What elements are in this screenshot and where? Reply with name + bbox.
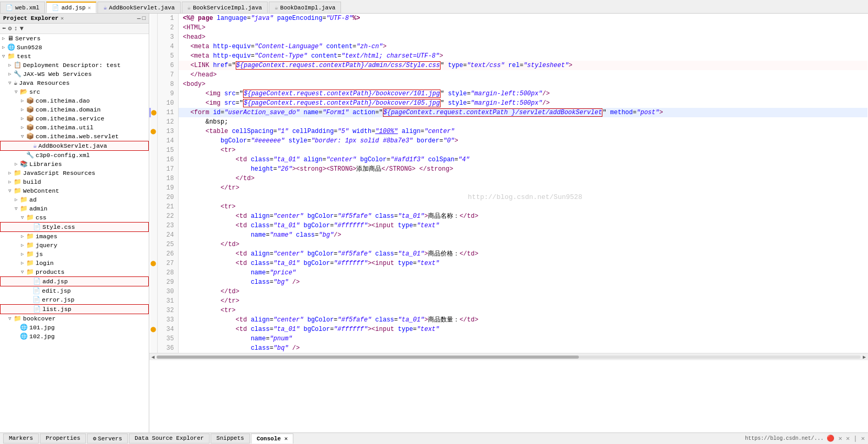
bookdaoimpl-icon: ☕ xyxy=(274,4,278,11)
line-row: ⬤ 27 <td class="ta_01" bgColor="#ffffff"… xyxy=(150,259,867,268)
tree-item-addbookservlet-file[interactable]: ☕ AddBookServlet.java xyxy=(0,141,149,151)
tab-snippets[interactable]: Snippets xyxy=(211,434,250,443)
tree-item-java-resources[interactable]: ▽ ☕ Java Resources xyxy=(0,79,149,87)
code-editor: 1 <%@ page language="java" pageEncoding=… xyxy=(149,14,868,432)
jsresources-label: JavaScript Resources xyxy=(23,170,95,176)
pe-refresh-icon[interactable]: ↕ xyxy=(14,25,17,32)
tree-item-admin[interactable]: ▽ 📁 admin xyxy=(0,204,149,213)
libraries-label: Libraries xyxy=(29,161,62,168)
css-folder-icon: 📁 xyxy=(26,214,34,221)
tab-add-jsp[interactable]: 📄 add.jsp ✕ xyxy=(46,2,96,13)
tree-item-jquery[interactable]: ▷ 📁 jquery xyxy=(0,241,149,250)
tree-item-101jpg[interactable]: 🌐 101.jpg xyxy=(0,323,149,332)
pe-back-icon[interactable]: ⬅ xyxy=(2,25,6,32)
line-34-marker: ⬤ xyxy=(150,327,156,332)
addbookservlet-file-label: AddBookServlet.java xyxy=(38,142,107,149)
ad-icon: 📁 xyxy=(20,196,28,204)
tab-web-xml[interactable]: 📄 web.xml xyxy=(0,2,45,13)
line-row: 21 <tr> xyxy=(150,202,867,212)
tree-item-ad[interactable]: ▷ 📁 ad xyxy=(0,195,149,204)
tab-bookdaoimpl[interactable]: ☕ BookDaoImpl.java xyxy=(269,2,341,13)
tree-item-c3p0[interactable]: 🔧 c3p0-config.xml xyxy=(0,151,149,160)
pe-maximize-icon[interactable]: □ xyxy=(142,15,146,21)
libraries-icon: 📚 xyxy=(20,160,28,168)
tree-item-web-servlet[interactable]: ▽ 📦 com.itheima.web.servlet xyxy=(0,132,149,141)
line-row: 32 <tr> xyxy=(150,306,867,315)
domain-label: com.itheima.domain xyxy=(36,106,101,113)
tree-item-build[interactable]: ▷ 📁 build xyxy=(0,177,149,186)
tab-servers-bottom[interactable]: ⚙Servers xyxy=(87,434,128,443)
code-area[interactable]: 1 <%@ page language="java" pageEncoding=… xyxy=(149,14,868,432)
tree-item-products[interactable]: ▽ 📁 products xyxy=(0,268,149,276)
css-label: css xyxy=(36,214,47,221)
tab-console[interactable]: Console ✕ xyxy=(251,434,293,443)
tree-item-js[interactable]: ▷ 📁 js xyxy=(0,250,149,259)
tree-item-dao[interactable]: ▷ 📦 com.itheima.dao xyxy=(0,96,149,105)
util-icon: 📦 xyxy=(26,124,34,131)
pe-title: Project Explorer xyxy=(3,15,59,21)
tree-item-jsresources[interactable]: ▷ 📁 JavaScript Resources xyxy=(0,169,149,177)
line-row: 24 name="name" class="bg"/> xyxy=(150,230,867,240)
tree-item-102jpg[interactable]: 🌐 102.jpg xyxy=(0,332,149,341)
pe-minimize-icon[interactable]: — xyxy=(137,15,141,21)
scroll-left-icon[interactable]: ◀ xyxy=(151,354,155,360)
style-css-label: Style.css xyxy=(42,224,75,230)
tree-item-src[interactable]: ▽ 📂 src xyxy=(0,87,149,96)
tree-item-libraries[interactable]: ▷ 📚 Libraries xyxy=(0,160,149,169)
line-row: 3 <head> xyxy=(150,32,867,42)
tab-bookserviceimpl[interactable]: ☕ BookServiceImpl.java xyxy=(182,2,268,13)
add-jsp-file-label: add.jsp xyxy=(42,278,68,285)
tree-item-util[interactable]: ▷ 📦 com.itheima.util xyxy=(0,123,149,132)
101jpg-icon: 🌐 xyxy=(20,324,28,331)
line-row: 9 <img src="${pageContext.request.contex… xyxy=(150,89,867,98)
pe-forward-icon[interactable]: ⚙ xyxy=(8,25,12,32)
scroll-right-icon[interactable]: ▶ xyxy=(863,354,866,360)
images-icon: 📁 xyxy=(26,232,34,240)
project-explorer: Project Explorer ✕ — □ ⬅ ⚙ ↕ ▼ ▷ 🖥 Serve… xyxy=(0,14,149,432)
line-row: 15 <tr> xyxy=(150,146,867,155)
src-label: src xyxy=(29,88,40,95)
jsresources-icon: 📁 xyxy=(14,169,21,177)
pe-menu-icon[interactable]: ▼ xyxy=(20,25,24,32)
tree-item-add-jsp-file[interactable]: 📄 add.jsp xyxy=(0,276,149,286)
tree-item-css[interactable]: ▽ 📁 css xyxy=(0,213,149,222)
main-area: Project Explorer ✕ — □ ⬅ ⚙ ↕ ▼ ▷ 🖥 Serve… xyxy=(0,14,868,432)
line-11-marker: ⬤ xyxy=(151,110,157,116)
tree-item-style-css[interactable]: 📄 Style.css xyxy=(0,222,149,232)
style-css-icon: 📄 xyxy=(33,223,41,231)
ad-label: ad xyxy=(29,196,37,203)
tab-data-source[interactable]: Data Source Explorer xyxy=(129,434,210,443)
tree-item-edit-jsp[interactable]: 📄 edit.jsp xyxy=(0,286,149,295)
tree-item-webcontent[interactable]: ▽ 📁 WebContent xyxy=(0,186,149,195)
tree-item-service[interactable]: ▷ 📦 com.itheima.service xyxy=(0,114,149,123)
images-label: images xyxy=(36,233,57,240)
dao-icon: 📦 xyxy=(26,97,34,105)
tab-properties[interactable]: Properties xyxy=(40,434,86,443)
tree-item-images[interactable]: ▷ 📁 images xyxy=(0,232,149,241)
tree-item-bookcover[interactable]: ▽ 📁 bookcover xyxy=(0,314,149,323)
admin-label: admin xyxy=(29,205,48,212)
login-label: login xyxy=(36,260,54,267)
tree-item-login[interactable]: ▷ 📁 login xyxy=(0,259,149,268)
tree-item-sun9528[interactable]: ▷ 🌐 Sun9528 xyxy=(0,43,149,52)
addbookservlet-icon: ☕ xyxy=(103,4,107,11)
build-label: build xyxy=(23,179,41,185)
line-row: ⬤ 34 <td class="ta_01" bgColor="#ffffff"… xyxy=(150,325,867,334)
tree-item-jaxws[interactable]: ▷ 🔧 JAX-WS Web Services xyxy=(0,70,149,79)
tree-item-error-jsp[interactable]: 📄 error.jsp xyxy=(0,295,149,304)
list-jsp-icon: 📄 xyxy=(33,305,41,313)
pe-close-icon[interactable]: ✕ xyxy=(61,15,64,21)
tree-item-domain[interactable]: ▷ 📦 com.itheima.domain xyxy=(0,105,149,114)
tab-markers[interactable]: Markers xyxy=(3,434,39,443)
deployment-icon: 📋 xyxy=(14,61,21,69)
tab-addbookservlet[interactable]: ☕ AddBookServlet.java xyxy=(97,2,180,13)
bottom-bar: Markers Properties ⚙Servers Data Source … xyxy=(0,432,868,444)
web-servlet-label: com.itheima.web.servlet xyxy=(36,133,119,140)
tree-item-servers[interactable]: ▷ 🖥 Servers xyxy=(0,34,149,43)
pe-content: ▷ 🖥 Servers ▷ 🌐 Sun9528 ▽ 📁 test ▷ 📋 De xyxy=(0,34,149,432)
tree-item-test[interactable]: ▽ 📁 test xyxy=(0,52,149,61)
jaxws-icon: 🔧 xyxy=(14,70,21,78)
tree-item-list-jsp[interactable]: 📄 list.jsp xyxy=(0,304,149,314)
tree-item-deployment[interactable]: ▷ 📋 Deployment Descriptor: test xyxy=(0,61,149,70)
close-icon[interactable]: ✕ xyxy=(87,5,91,11)
